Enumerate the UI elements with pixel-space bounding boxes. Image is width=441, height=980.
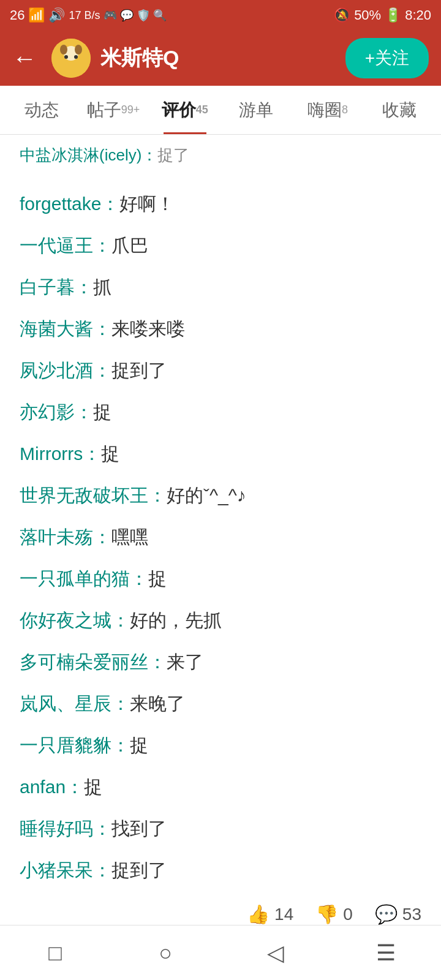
- like-reaction[interactable]: 👍 14: [247, 903, 293, 925]
- comment-text: 捉: [84, 777, 102, 797]
- comment-text: 好的ˇ^_^♪: [167, 485, 246, 505]
- tab-pingjia[interactable]: 评价45: [149, 86, 221, 134]
- bottom-nav: □ ○ ◁ ☰: [0, 925, 441, 980]
- comment-item: 一只厝貔貅：捉: [20, 725, 421, 766]
- tab-shoucang[interactable]: 收藏: [363, 86, 435, 134]
- back-button[interactable]: ←: [12, 45, 37, 72]
- tab-haiquan[interactable]: 嗨圈8: [292, 86, 364, 134]
- comments-list: forgettake：好啊！一代逼王：爪巴白子暮：抓海菌大酱：来喽来喽夙沙北酒：…: [0, 168, 441, 891]
- partial-comment: 中盐冰淇淋(icely)：捉了: [0, 135, 441, 168]
- like-count: 14: [274, 905, 293, 924]
- comment-text: 找到了: [111, 818, 167, 839]
- comment-text: 捉: [130, 735, 148, 755]
- comment-item: 落叶未殇：嘿嘿: [20, 516, 421, 558]
- comment-item: 一只孤单的猫：捉: [20, 558, 421, 600]
- comment-username[interactable]: 一只孤单的猫：: [20, 568, 148, 589]
- svg-point-2: [60, 45, 67, 55]
- comment-count: 53: [402, 905, 421, 924]
- comment-icon: 💬: [375, 903, 398, 925]
- status-left: 26 📶 🔊 17 B/s 🎮 💬 🛡️ 🔍: [10, 7, 167, 23]
- battery-icon: 🔋: [385, 7, 401, 23]
- comment-text: 嘿嘿: [111, 527, 148, 547]
- comment-text: 捉: [101, 443, 119, 464]
- comment-text: 抓: [93, 277, 111, 297]
- comment-username[interactable]: anfan：: [20, 777, 84, 797]
- comment-item: 小猪呆呆：捉到了: [20, 850, 421, 891]
- comment-item: Mirrorrs：捉: [20, 433, 421, 475]
- svg-point-5: [74, 55, 78, 59]
- clock-time: 8:20: [405, 7, 431, 23]
- status-bar: 26 📶 🔊 17 B/s 🎮 💬 🛡️ 🔍 🔕 50% 🔋 8:20: [0, 0, 441, 31]
- mute-icon: 🔕: [334, 7, 350, 23]
- header: ← 米斯特Q +关注: [0, 31, 441, 86]
- dislike-reaction[interactable]: 👎 0: [315, 903, 353, 925]
- comment-item: 多可楠朵爱丽丝：来了: [20, 641, 421, 683]
- comment-text: 来了: [167, 652, 203, 672]
- wifi-icon: 🔊: [48, 7, 65, 23]
- comment-username[interactable]: 一只厝貔貅：: [20, 735, 130, 755]
- tab-youdan[interactable]: 游单: [221, 86, 292, 134]
- square-icon: □: [48, 940, 62, 966]
- battery-text: 50%: [354, 7, 381, 23]
- menu-icon: ☰: [376, 940, 396, 966]
- status-right: 🔕 50% 🔋 8:20: [334, 7, 431, 23]
- comment-reaction[interactable]: 💬 53: [375, 903, 421, 925]
- comment-username[interactable]: 世界无敌破坏王：: [20, 485, 167, 505]
- nav-square[interactable]: □: [31, 935, 80, 971]
- comment-item: 夙沙北酒：捉到了: [20, 350, 421, 391]
- comment-username[interactable]: 小猪呆呆：: [20, 860, 111, 880]
- comment-text: 来晚了: [130, 693, 185, 714]
- nav-menu[interactable]: ☰: [361, 935, 410, 971]
- comment-username[interactable]: 亦幻影：: [20, 402, 93, 422]
- comment-username[interactable]: 多可楠朵爱丽丝：: [20, 652, 167, 672]
- app-icons: 17 B/s 🎮 💬 🛡️ 🔍: [69, 9, 166, 22]
- comment-item: 白子暮：抓: [20, 266, 421, 308]
- svg-point-3: [75, 45, 82, 55]
- nav-home[interactable]: ○: [141, 935, 190, 971]
- comment-username[interactable]: 你好夜之城：: [20, 610, 130, 630]
- tab-dongtai[interactable]: 动态: [6, 86, 78, 134]
- tab-bar: 动态 帖子99+ 评价45 游单 嗨圈8 收藏: [0, 86, 441, 135]
- content-area: 中盐冰淇淋(icely)：捉了 forgettake：好啊！一代逼王：爪巴白子暮…: [0, 135, 441, 980]
- signal-bars-icon: 📶: [28, 7, 45, 23]
- dislike-count: 0: [343, 905, 353, 924]
- comment-text: 捉到了: [111, 360, 167, 380]
- circle-icon: ○: [159, 940, 172, 966]
- comment-username[interactable]: 一代逼王：: [20, 235, 111, 255]
- comment-text: 捉: [148, 568, 167, 589]
- comment-text: 爪巴: [111, 235, 148, 255]
- triangle-icon: ◁: [267, 940, 284, 966]
- avatar: [51, 39, 91, 78]
- comment-username[interactable]: 夙沙北酒：: [20, 360, 111, 380]
- signal-text: 26: [10, 7, 24, 23]
- comment-item: 世界无敌破坏王：好的ˇ^_^♪: [20, 475, 421, 516]
- like-icon: 👍: [247, 903, 270, 925]
- comment-username[interactable]: Mirrorrs：: [20, 443, 101, 464]
- comment-item: 你好夜之城：好的，先抓: [20, 600, 421, 641]
- comment-username[interactable]: 岚风、星辰：: [20, 693, 130, 714]
- comment-username[interactable]: forgettake：: [20, 194, 119, 214]
- comment-item: 岚风、星辰：来晚了: [20, 683, 421, 725]
- comment-item: anfan：捉: [20, 766, 421, 808]
- comment-text: 捉: [93, 402, 111, 422]
- comment-item: 睡得好吗：找到了: [20, 808, 421, 850]
- comment-item: 一代逼王：爪巴: [20, 225, 421, 266]
- comment-username[interactable]: 睡得好吗：: [20, 818, 111, 839]
- comment-item: 亦幻影：捉: [20, 391, 421, 433]
- tab-tiezi[interactable]: 帖子99+: [78, 86, 149, 134]
- comment-text: 好的，先抓: [130, 610, 222, 630]
- comment-username[interactable]: 落叶未殇：: [20, 527, 111, 547]
- nav-back[interactable]: ◁: [251, 935, 300, 971]
- svg-point-4: [64, 55, 68, 59]
- comment-item: forgettake：好啊！: [20, 183, 421, 225]
- follow-button[interactable]: +关注: [345, 38, 429, 78]
- comment-username[interactable]: 白子暮：: [20, 277, 93, 297]
- comment-text: 来喽来喽: [111, 318, 185, 339]
- comment-text: 好啊！: [119, 194, 175, 214]
- username-label: 米斯特Q: [100, 44, 336, 72]
- dislike-icon: 👎: [315, 903, 338, 925]
- partial-comment-text: 中盐冰淇淋(icely)：: [20, 146, 157, 164]
- comment-text: 捉到了: [111, 860, 167, 880]
- comment-username[interactable]: 海菌大酱：: [20, 318, 111, 339]
- comment-item: 海菌大酱：来喽来喽: [20, 308, 421, 350]
